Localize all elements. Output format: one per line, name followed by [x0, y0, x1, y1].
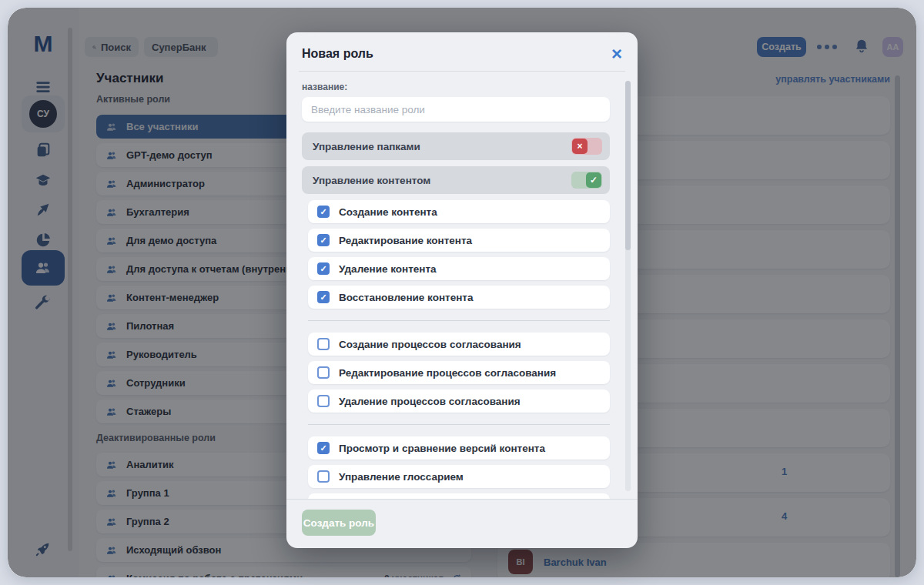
checkbox-checked[interactable]: ✓ [317, 291, 330, 303]
permission-row[interactable]: ✓Удаление контента [308, 257, 610, 280]
folder-permissions-section[interactable]: Управление папками × [302, 132, 610, 160]
checkbox-checked[interactable]: ✓ [317, 234, 330, 246]
checkbox-unchecked[interactable] [317, 470, 330, 483]
section-label: Управление контентом [313, 175, 430, 186]
permission-label: Создание контента [339, 206, 437, 218]
section-label: Управление папками [313, 141, 420, 152]
permission-row[interactable]: ✓Редактирование контента [308, 229, 610, 252]
permission-label: Восстановление контента [339, 292, 473, 303]
toggle-on[interactable]: ✓ [571, 172, 602, 189]
checkbox-unchecked[interactable] [317, 338, 330, 350]
cross-icon: × [572, 139, 588, 154]
group-divider [308, 320, 610, 321]
permission-row[interactable]: Создание процессов согласования [308, 333, 610, 356]
group-divider [308, 424, 610, 425]
permission-row[interactable]: Редактирование процессов согласования [308, 361, 610, 384]
new-role-modal: Новая роль × название: Управление папкам… [286, 32, 638, 548]
modal-title: Новая роль [302, 47, 373, 61]
permission-group: Создание процессов согласования Редактир… [308, 333, 610, 413]
permission-label: Просмотр и сравнение версий контента [339, 443, 545, 454]
modal-header: Новая роль × [286, 32, 638, 71]
create-role-button[interactable]: Создать роль [302, 510, 376, 536]
permission-label: Удаление процессов согласования [339, 396, 521, 407]
permission-row[interactable]: ✓Просмотр и сравнение версий контента [308, 436, 610, 460]
permission-label: Редактирование процессов согласования [339, 367, 556, 379]
permission-label: Управление глоссарием [339, 471, 464, 483]
permission-row[interactable]: Управление глоссарием [308, 465, 610, 488]
toggle-off[interactable]: × [571, 138, 602, 155]
checkbox-unchecked[interactable] [317, 366, 330, 379]
modal-body: название: Управление папками × Управлени… [286, 72, 638, 499]
checkbox-checked[interactable]: ✓ [317, 206, 330, 218]
check-icon: ✓ [586, 172, 601, 188]
modal-footer: Создать роль [286, 499, 638, 548]
permission-row[interactable]: ✓Создание контента [308, 200, 610, 223]
role-name-label: название: [302, 82, 610, 92]
permission-label: Редактирование контента [339, 235, 472, 246]
content-permissions-section[interactable]: Управление контентом ✓ [302, 166, 610, 194]
permission-row[interactable]: Удаление процессов согласования [308, 389, 610, 413]
checkbox-checked[interactable]: ✓ [317, 262, 330, 275]
close-icon[interactable]: × [611, 47, 622, 61]
permission-row[interactable]: ✓Восстановление контента [308, 286, 610, 309]
permission-label: Удаление контента [339, 263, 437, 275]
checkbox-unchecked[interactable] [317, 395, 330, 407]
role-name-input[interactable] [302, 97, 610, 122]
permission-group: ✓Создание контента ✓Редактирование конте… [308, 200, 610, 309]
app-root: M СУ Поиск СуперБанк Создать AA Участ [0, 0, 924, 585]
modal-scrollbar[interactable] [625, 81, 631, 491]
modal-scrollbar-thumb[interactable] [625, 81, 631, 250]
permission-label: Создание процессов согласования [339, 339, 521, 350]
permission-group: ✓Просмотр и сравнение версий контента Уп… [308, 436, 610, 499]
checkbox-checked[interactable]: ✓ [317, 442, 330, 454]
permission-row[interactable]: Управление стилями шрифтов редактора [308, 493, 610, 499]
